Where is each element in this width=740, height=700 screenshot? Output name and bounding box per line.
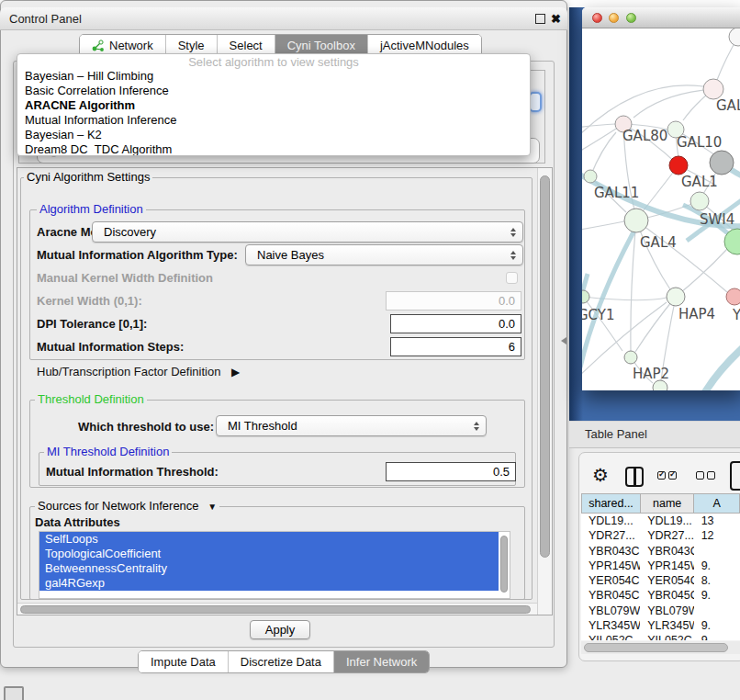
- table-hscroll-track[interactable]: [581, 641, 740, 654]
- attribute-item-betweennesscentrality[interactable]: BetweennessCentrality: [39, 561, 499, 576]
- attribute-item-topologicalcoefficient[interactable]: TopologicalCoefficient: [39, 547, 499, 561]
- settings-hscroll-track[interactable]: [17, 603, 537, 615]
- table-cell[interactable]: 9.: [694, 618, 740, 633]
- mi-steps-field[interactable]: 6: [390, 337, 521, 356]
- splitter-arrow-icon[interactable]: [561, 337, 566, 344]
- hub-expand-icon[interactable]: ▶: [231, 366, 240, 378]
- table-cell[interactable]: 13: [694, 514, 740, 528]
- network-node[interactable]: [726, 288, 740, 305]
- table-row[interactable]: YER054CYER054C8.: [581, 573, 740, 588]
- algorithm-dropdown[interactable]: Select algorithm to view settings Bayesi…: [17, 53, 531, 156]
- algorithm-option-basic-correlation-inference[interactable]: Basic Correlation Inference: [17, 84, 530, 98]
- table-cell[interactable]: YDR27...: [581, 528, 640, 543]
- collapsed-panel-fragment[interactable]: [4, 686, 24, 700]
- table-cell[interactable]: YIL052C: [640, 633, 693, 640]
- table-cell[interactable]: [694, 544, 740, 559]
- new-document-icon[interactable]: [730, 461, 740, 491]
- table-row[interactable]: YDL19...YDL19...13: [581, 514, 740, 528]
- column-header-a[interactable]: A: [693, 493, 740, 514]
- close-icon[interactable]: ✖: [551, 8, 561, 30]
- table-cell[interactable]: 8.: [694, 573, 740, 588]
- hub-definition-toggle[interactable]: Hub/Transcription Factor Definition ▶: [37, 365, 240, 378]
- algorithm-option-dream8-dc-tdc-algorithm[interactable]: Dream8 DC_TDC Algorithm: [17, 142, 530, 156]
- table-cell[interactable]: YDL19...: [640, 514, 693, 528]
- table-row[interactable]: YLR345WYLR345W9.: [581, 618, 740, 633]
- table-cell[interactable]: YER054C: [640, 573, 693, 588]
- network-node[interactable]: [584, 170, 597, 183]
- zoom-traffic-light-icon[interactable]: [626, 13, 636, 23]
- minimize-traffic-light-icon[interactable]: [609, 13, 619, 23]
- float-window-icon[interactable]: [535, 14, 545, 24]
- data-attributes-list[interactable]: SelfLoopsTopologicalCoefficientBetweenne…: [39, 531, 510, 599]
- network-node[interactable]: [710, 151, 734, 175]
- column-layout-icon[interactable]: [625, 467, 644, 487]
- attribute-item-selfloops[interactable]: SelfLoops: [39, 532, 499, 547]
- bottom-tab-impute-data[interactable]: Impute Data: [139, 651, 228, 672]
- table-cell[interactable]: YDR27...: [640, 528, 693, 543]
- network-node[interactable]: [624, 351, 637, 364]
- table-cell[interactable]: YBR043C: [640, 544, 693, 559]
- table-cell[interactable]: YBR043C: [581, 544, 640, 559]
- manual-kernel-checkbox[interactable]: [506, 272, 518, 284]
- dpi-tolerance-field[interactable]: 0.0: [390, 314, 521, 333]
- apply-button[interactable]: Apply: [250, 620, 310, 639]
- network-node[interactable]: [690, 192, 709, 210]
- table-hscroll-thumb[interactable]: [584, 643, 728, 652]
- mi-threshold-field[interactable]: 0.5: [386, 462, 516, 481]
- select-all-columns-icon[interactable]: [657, 471, 677, 480]
- table-cell[interactable]: YLR345W: [640, 618, 693, 633]
- bottom-tab-infer-network[interactable]: Infer Network: [333, 651, 429, 672]
- settings-vscroll-thumb[interactable]: [540, 175, 550, 558]
- algorithm-option-aracne-algorithm[interactable]: ARACNE Algorithm: [17, 98, 530, 113]
- network-node[interactable]: [729, 28, 740, 46]
- column-header-name[interactable]: name: [640, 493, 694, 514]
- bottom-tab-discretize-data[interactable]: Discretize Data: [228, 651, 333, 672]
- table-row[interactable]: YPR145WYPR145W9.: [581, 559, 740, 573]
- mi-type-combo[interactable]: Naive Bayes: [245, 244, 523, 265]
- column-header-shared[interactable]: shared...: [581, 493, 641, 514]
- table-cell[interactable]: YPR145W: [581, 559, 640, 573]
- focused-combo-fragment[interactable]: [529, 92, 542, 112]
- table-cell[interactable]: YBL079W: [640, 604, 693, 618]
- gear-icon[interactable]: ⚙: [592, 465, 609, 485]
- table-row[interactable]: YBR043CYBR043C: [581, 544, 740, 559]
- table-cell[interactable]: [694, 604, 740, 618]
- sources-collapse-icon[interactable]: ▼: [207, 501, 217, 514]
- table-row[interactable]: YDR27...YDR27...12: [581, 528, 740, 543]
- table-cell[interactable]: YIL052C: [581, 633, 640, 640]
- table-cell[interactable]: YBR045C: [640, 588, 693, 603]
- network-node[interactable]: [669, 156, 688, 175]
- table-row[interactable]: YIL052CYIL052C9: [581, 633, 740, 640]
- table-cell[interactable]: YBL079W: [581, 604, 640, 618]
- table-cell[interactable]: YER054C: [581, 573, 640, 588]
- algorithm-option-bayesian-k2[interactable]: Bayesian – K2: [17, 128, 530, 142]
- network-node[interactable]: [582, 290, 589, 303]
- aracne-mode-combo[interactable]: Discovery: [92, 221, 523, 243]
- table-cell[interactable]: 9.: [694, 559, 740, 573]
- table-row[interactable]: YBL079WYBL079W: [581, 604, 740, 618]
- network-canvas[interactable]: GALGAL80GAL10GAL1GAL11SWI4GAL4GCY1HAP4YH…: [582, 28, 740, 390]
- algorithm-option-mutual-information-inference[interactable]: Mutual Information Inference: [17, 113, 530, 128]
- kernel-width-field[interactable]: 0.0: [386, 291, 521, 310]
- table-row[interactable]: YBR045CYBR045C9.: [581, 588, 740, 603]
- table-cell[interactable]: 12: [694, 528, 740, 543]
- control-panel-titlebar[interactable]: [0, 7, 567, 30]
- attributes-list-scrollbar[interactable]: [500, 536, 508, 593]
- deselect-all-columns-icon[interactable]: [696, 471, 715, 480]
- settings-hscroll-thumb[interactable]: [20, 605, 531, 614]
- sources-group-title[interactable]: Sources for Network Inference ▼: [35, 500, 219, 514]
- network-window-titlebar[interactable]: [582, 7, 740, 28]
- algorithm-option-bayesian-hill-climbing[interactable]: Bayesian – Hill Climbing: [17, 69, 530, 84]
- network-node[interactable]: [624, 209, 648, 232]
- table-cell[interactable]: 9: [694, 633, 740, 640]
- table-cell[interactable]: 9.: [694, 588, 740, 603]
- table-cell[interactable]: YLR345W: [581, 618, 640, 633]
- attribute-item-gal4rgexp[interactable]: gal4RGexp: [39, 576, 499, 591]
- network-node[interactable]: [703, 79, 723, 99]
- settings-vscroll-track[interactable]: [537, 168, 552, 615]
- close-traffic-light-icon[interactable]: [592, 13, 602, 23]
- table-cell[interactable]: YPR145W: [640, 559, 693, 573]
- network-node[interactable]: [667, 288, 685, 306]
- which-threshold-combo[interactable]: MI Threshold: [216, 415, 487, 436]
- table-cell[interactable]: YBR045C: [581, 588, 640, 603]
